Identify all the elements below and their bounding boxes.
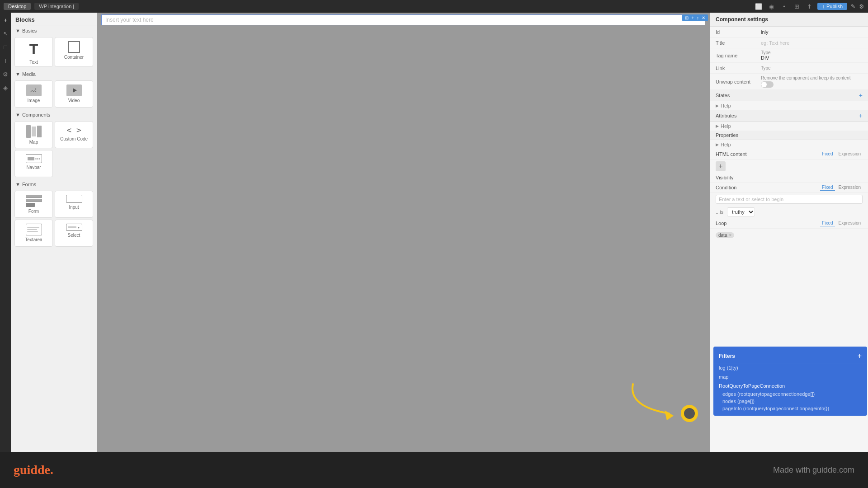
html-add-button[interactable]: + xyxy=(716,161,726,171)
navbar-block-label: Navbar xyxy=(26,165,41,170)
layers-icon[interactable]: □ xyxy=(1,42,10,52)
canvas-inner[interactable]: Insert your text here ⊞ + ↕ ✕ xyxy=(97,13,710,452)
condition-label: Condition xyxy=(716,185,736,190)
image-block-label: Image xyxy=(28,98,40,103)
textarea-block-label: Textarea xyxy=(25,237,42,242)
loop-item-1[interactable]: map xyxy=(713,372,867,381)
condition-fixed-tab[interactable]: Fixed xyxy=(820,184,835,191)
select-block[interactable]: ▼ Select xyxy=(55,220,93,247)
attributes-plus-btn[interactable]: + xyxy=(859,112,863,119)
text-block[interactable]: T Text xyxy=(14,37,53,67)
monitor-icon[interactable]: ⬜ xyxy=(754,2,763,11)
section-basics[interactable]: ▼ Basics xyxy=(11,25,97,35)
media-arrow: ▼ xyxy=(15,71,20,77)
help-link-1[interactable]: ▶ Help xyxy=(710,101,868,110)
map-block[interactable]: Map xyxy=(14,121,53,148)
pencil-icon[interactable]: ✎ xyxy=(851,3,855,9)
attributes-label: Attributes xyxy=(716,113,736,118)
loop-item-3[interactable]: edges (rootquerytopageconnectionedge[]) xyxy=(713,390,867,398)
loop-dropdown-title: Filters xyxy=(719,353,735,359)
upload-icon[interactable]: ⬆ xyxy=(805,2,814,11)
condition-truthy-select[interactable]: truthy falsy xyxy=(727,207,755,216)
blocks-title: Blocks xyxy=(11,13,97,25)
grid-icon[interactable]: ⊞ xyxy=(792,2,801,11)
loop-data-pill: data × xyxy=(716,232,734,238)
tag-name-value: Type DIV xyxy=(761,50,771,61)
section-media[interactable]: ▼ Media xyxy=(11,69,97,79)
guidde-logo: guidde. xyxy=(14,463,53,477)
placeholder-text: Insert your text here xyxy=(105,17,154,23)
unwrap-row: Unwrap content Remove the component and … xyxy=(710,74,868,90)
loop-item-5[interactable]: pageInfo (rootquerytopageconnectionpagei… xyxy=(713,405,867,412)
loop-item-0[interactable]: log (1|ty) xyxy=(713,363,867,372)
unwrap-description: Remove the component and keep its conten… xyxy=(761,75,863,80)
left-toolbar: + ↖ □ T ⚙ ◈ xyxy=(0,13,11,452)
container-block[interactable]: Container xyxy=(55,37,93,67)
container-block-icon xyxy=(68,41,80,53)
condition-is-label: ...is xyxy=(716,209,723,215)
canvas-resize-icon[interactable]: ↕ xyxy=(696,15,700,20)
input-block[interactable]: Input xyxy=(55,191,93,218)
wp-integration-tab[interactable]: WP integration | xyxy=(34,3,79,10)
help-link-2[interactable]: ▶ Help xyxy=(710,122,868,131)
gear-icon[interactable]: ⚙ xyxy=(859,3,864,10)
states-plus-btn[interactable]: + xyxy=(859,92,863,99)
condition-expression-tab[interactable]: Expression xyxy=(837,184,863,191)
video-block[interactable]: Video xyxy=(55,80,93,108)
help-link-3[interactable]: ▶ Help xyxy=(710,140,868,149)
eye-icon[interactable]: ◉ xyxy=(767,2,776,11)
component-settings-header: Component settings xyxy=(710,13,868,27)
desktop-tab[interactable]: Desktop xyxy=(4,3,31,10)
custom-code-icon: < > xyxy=(66,125,81,135)
basics-arrow: ▼ xyxy=(15,28,20,33)
data-icon[interactable]: ◈ xyxy=(1,83,10,92)
loop-label: Loop xyxy=(716,221,726,226)
forms-arrow: ▼ xyxy=(15,182,20,187)
bottom-bar: guidde. Made with guidde.com xyxy=(0,452,868,488)
dot-icon: • xyxy=(779,2,788,11)
plus-icon[interactable]: + xyxy=(1,15,10,24)
image-block[interactable]: Image xyxy=(14,80,53,108)
form-block-label: Form xyxy=(28,209,39,214)
image-block-icon xyxy=(26,84,42,96)
input-icon xyxy=(66,195,82,203)
title-value[interactable]: eg: Text here xyxy=(761,40,863,46)
loop-item-2[interactable]: RootQueryToPageConnection xyxy=(713,381,867,390)
publish-button[interactable]: ↑ Publish xyxy=(817,3,847,10)
unwrap-toggle[interactable] xyxy=(761,81,774,88)
basics-label: Basics xyxy=(22,28,37,33)
section-forms[interactable]: ▼ Forms xyxy=(11,179,97,189)
select-block-label: Select xyxy=(68,233,80,238)
condition-input[interactable]: Enter a text or select to begin xyxy=(716,195,863,204)
loop-section: Loop Fixed Expression xyxy=(710,218,868,229)
form-block[interactable]: Form xyxy=(14,191,53,218)
right-panel: Component settings Id inly Title eg: Tex… xyxy=(710,13,868,452)
section-components[interactable]: ▼ Components xyxy=(11,109,97,119)
id-label: Id xyxy=(716,29,761,35)
canvas-grid-icon[interactable]: ⊞ xyxy=(684,15,689,20)
condition-row: ...is truthy falsy xyxy=(710,206,868,218)
canvas-add-icon[interactable]: + xyxy=(690,15,695,20)
loop-expression-tab[interactable]: Expression xyxy=(837,220,863,226)
canvas-close-icon[interactable]: ✕ xyxy=(701,15,706,20)
text-icon[interactable]: T xyxy=(1,56,10,65)
condition-tabs: Fixed Expression xyxy=(820,184,863,191)
blocks-panel: Blocks ▼ Basics T Text Container ▼ Media xyxy=(11,13,97,452)
tag-name-label: Tag name xyxy=(716,53,761,58)
id-value[interactable]: inly xyxy=(761,29,863,35)
loop-dropdown-plus[interactable]: + xyxy=(858,352,862,360)
loop-fixed-tab[interactable]: Fixed xyxy=(820,220,835,226)
cursor-icon[interactable]: ↖ xyxy=(1,29,10,38)
custom-code-block[interactable]: < > Custom Code xyxy=(55,121,93,148)
textarea-block[interactable]: Textarea xyxy=(14,220,53,247)
publish-icon: ↑ xyxy=(822,4,825,9)
canvas-text-placeholder[interactable]: Insert your text here xyxy=(101,14,705,25)
tag-name-select[interactable]: DIV xyxy=(761,55,771,61)
loop-pill-text: data xyxy=(718,233,727,238)
loop-item-4[interactable]: nodes (page[]) xyxy=(713,398,867,405)
html-fixed-tab[interactable]: Fixed xyxy=(820,151,835,157)
loop-pill-remove[interactable]: × xyxy=(729,233,731,238)
settings-icon[interactable]: ⚙ xyxy=(1,70,10,79)
navbar-block[interactable]: Navbar xyxy=(14,150,53,177)
html-expression-tab[interactable]: Expression xyxy=(837,151,863,157)
